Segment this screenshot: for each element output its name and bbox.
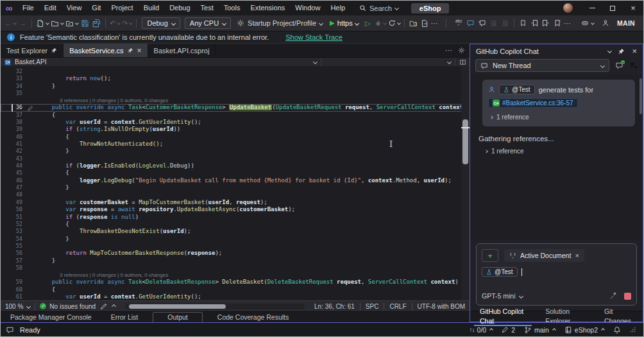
code-line-47[interactable]: 47 }	[1, 184, 470, 191]
panel-tab-output[interactable]: Output	[153, 312, 203, 323]
mention-chip[interactable]: @Test	[499, 85, 535, 94]
menu-build[interactable]: Build	[139, 4, 164, 12]
menu-help[interactable]: Help	[325, 4, 350, 12]
toolbar-overflow-button[interactable]: ⋯	[431, 19, 439, 28]
menu-test[interactable]: Test	[196, 4, 219, 12]
start-debugging-button[interactable]: ▶ https	[326, 19, 362, 27]
code-line-33[interactable]: 33 return new();	[1, 75, 470, 82]
sync-commits-button[interactable]: ↑↓ 0/0	[470, 326, 493, 334]
menu-file[interactable]: File	[17, 4, 39, 12]
previous-bookmark-button[interactable]	[529, 17, 540, 30]
copilot-badge-button[interactable]	[580, 17, 595, 30]
code-line-41[interactable]: 41 ThrowNotAuthenticated();	[1, 141, 470, 148]
code-line-49[interactable]: 49 var customerBasket = MapToCustomerBas…	[1, 199, 470, 206]
increase-indent-button[interactable]	[500, 17, 511, 30]
panel-chevron-icon[interactable]	[607, 49, 612, 53]
tab-overflow-button[interactable]: ⋯	[445, 46, 453, 55]
encoding-mode[interactable]: UTF-8 with BOM	[418, 303, 465, 310]
code-line-37[interactable]: 37 {	[1, 112, 470, 119]
code-line-46[interactable]: 46 logger.LogDebug("Begin UpdateBasket c…	[1, 177, 470, 184]
code-editor[interactable]: 3233 return new();34 }353 references | 0…	[1, 66, 470, 300]
codelens-indicator[interactable]: 3 references | 0 changes | 0 authors, 0 …	[1, 272, 470, 279]
tab-options-gear-icon[interactable]	[458, 47, 465, 54]
close-tab-icon[interactable]: ×	[137, 46, 142, 55]
add-context-button[interactable]: +	[482, 249, 498, 262]
chat-scrollbar-thumb[interactable]	[640, 78, 642, 114]
code-line-54[interactable]: 54 }	[1, 236, 470, 243]
document-tab-basketservice-cs[interactable]: BasketService.cs×	[64, 44, 148, 57]
code-line-39[interactable]: 39 if (string.IsNullOrEmpty(userId))	[1, 126, 470, 133]
navigate-forward-button[interactable]: →	[17, 17, 28, 30]
open-file-button[interactable]	[50, 17, 64, 30]
hscrollbar-thumb[interactable]	[129, 304, 226, 309]
zoom-dropdown[interactable]: 100 %	[5, 303, 30, 310]
code-line-35[interactable]: 35	[1, 90, 470, 97]
menu-tools[interactable]: Tools	[219, 4, 246, 12]
pin-icon[interactable]	[51, 48, 57, 53]
clear-bookmarks-button[interactable]	[552, 17, 563, 30]
code-line-52[interactable]: 52 {	[1, 221, 470, 228]
solution-name-badge[interactable]: eShop	[411, 3, 450, 13]
code-line-50[interactable]: 50 var response = await repository.Updat…	[1, 206, 470, 213]
pending-changes-button[interactable]: 2	[502, 326, 515, 334]
menu-git[interactable]: Git	[87, 4, 106, 12]
navigate-to-button[interactable]	[419, 17, 430, 30]
toggle-bookmark-button[interactable]	[518, 17, 529, 30]
menu-window[interactable]: Window	[290, 4, 325, 12]
live-share-button[interactable]	[600, 17, 611, 30]
undo-button[interactable]: ↶	[109, 17, 121, 30]
minimize-button[interactable]	[582, 1, 602, 15]
feedback-icon[interactable]	[6, 326, 14, 334]
show-stack-trace-link[interactable]: Show Stack Trace	[285, 33, 343, 41]
restart-button[interactable]	[387, 17, 401, 30]
panel-tab-package-manager-console[interactable]: Package Manager Console	[1, 313, 101, 322]
code-line-42[interactable]: 42 }	[1, 148, 470, 155]
code-line-43[interactable]: 43	[1, 155, 470, 162]
code-line-32[interactable]: 32	[1, 68, 470, 75]
panel-tab-code-coverage-results[interactable]: Code Coverage Results	[208, 313, 298, 322]
code-line-45[interactable]: 45 {	[1, 169, 470, 177]
solution-platform-dropdown[interactable]: Any CPU	[185, 17, 231, 29]
code-line-57[interactable]: 57 }	[1, 257, 470, 264]
copilot-edit-pencil-icon[interactable]	[22, 105, 38, 111]
chat-text-input[interactable]: @Test	[482, 267, 631, 277]
code-line-58[interactable]: 58	[1, 264, 470, 272]
branch-indicator-badge[interactable]: MAIN	[617, 19, 635, 27]
find-in-files-button[interactable]	[408, 17, 419, 30]
next-bookmark-button[interactable]	[541, 17, 552, 30]
code-line-53[interactable]: 53 ThrowBasketDoesNotExist(userId);	[1, 228, 470, 235]
panel-tab-error-list[interactable]: Error List	[101, 313, 148, 322]
resize-grip[interactable]	[630, 327, 636, 333]
menu-project[interactable]: Project	[106, 4, 138, 12]
codelens-indicator[interactable]: 3 references | 0 changes | 0 authors, 0 …	[1, 97, 470, 104]
code-line-44[interactable]: 44 if (logger.IsEnabled(LogLevel.Debug))	[1, 162, 470, 169]
vertical-scrollbar[interactable]	[461, 66, 470, 300]
cursor-position[interactable]: Ln: 36, Ch: 61	[314, 303, 355, 310]
member-dropdown[interactable]	[321, 58, 455, 66]
solution-configuration-dropdown[interactable]: Debug	[142, 17, 180, 29]
document-tab-test-explorer[interactable]: Test Explorer	[1, 44, 64, 57]
pin-icon[interactable]	[128, 48, 133, 53]
code-line-55[interactable]: 55	[1, 243, 470, 250]
project-dropdown[interactable]: C# Basket.API	[1, 58, 321, 66]
code-line-51[interactable]: 51 if (response is null)	[1, 214, 470, 221]
remove-context-icon[interactable]: ×	[575, 252, 579, 259]
tools-wand-icon[interactable]	[609, 292, 617, 300]
code-line-61[interactable]: 61 var userId = context.GetUserIdentity(…	[1, 293, 470, 300]
decrease-indent-button[interactable]	[488, 17, 499, 30]
menu-debug[interactable]: Debug	[164, 4, 195, 12]
code-line-59[interactable]: 59 public override async Task<DeleteBask…	[1, 279, 470, 286]
code-line-48[interactable]: 48	[1, 192, 470, 199]
code-cleanup-icon[interactable]	[100, 302, 108, 310]
code-line-34[interactable]: 34 }	[1, 83, 470, 90]
progress-references-toggle[interactable]: 1 reference	[483, 148, 638, 155]
bell-icon[interactable]	[613, 326, 621, 334]
current-repository-button[interactable]: eShop2	[564, 326, 604, 334]
panel-close-icon[interactable]: ×	[632, 46, 637, 56]
start-without-debugging-button[interactable]: ▷	[362, 17, 373, 30]
document-tab-basket-api-csproj[interactable]: Basket.API.csproj	[148, 44, 216, 57]
code-line-38[interactable]: 38 var userId = context.GetUserIdentity(…	[1, 119, 470, 126]
references-toggle[interactable]: 1 reference	[488, 114, 629, 121]
thread-selector-dropdown[interactable]: New Thread	[475, 59, 609, 72]
user-avatar[interactable]	[563, 3, 573, 13]
